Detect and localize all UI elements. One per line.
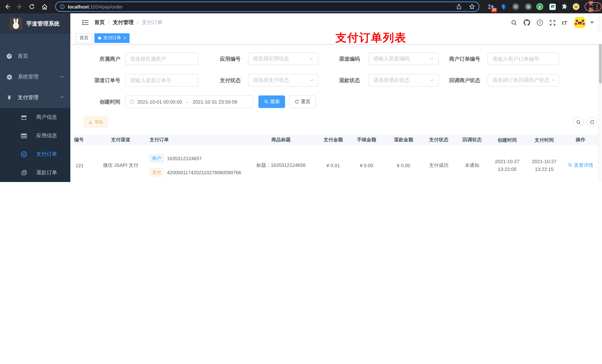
pay-status-select[interactable]: 请选择支付状态: [248, 74, 318, 87]
cell-amount: ¥ 0.01: [318, 163, 348, 168]
filter-label-notify-status: 回调商户状态: [428, 74, 480, 87]
sidebar-item-pay-order[interactable]: ¥ 支付订单: [0, 145, 70, 164]
chevron-down-icon: [60, 74, 64, 80]
notify-status-select[interactable]: 请选择订单回调商户状态: [488, 74, 559, 87]
table-row: 121 微信 JSAPI 支付 商户1635312124657 支付420000…: [74, 145, 598, 182]
tab-home[interactable]: 首页: [76, 33, 92, 43]
filter-label-merchant-order-no: 商户订单编号: [428, 52, 480, 65]
date-end: 2021-10-31 23:59:59: [193, 99, 237, 104]
browser-reload-icon[interactable]: [29, 4, 35, 10]
reset-button[interactable]: 重置: [289, 95, 316, 108]
search-button[interactable]: 搜索: [258, 95, 285, 108]
cell-status: 支付成功: [422, 162, 455, 169]
extension-devtools-icon[interactable]: 10: [488, 3, 494, 10]
browser-menu-icon[interactable]: [596, 4, 598, 9]
extension-command-icon[interactable]: ⌘: [512, 3, 519, 10]
logo-rabbit-image: [10, 17, 22, 30]
col-title: 商品标题: [248, 136, 318, 143]
channel-order-no-input[interactable]: [125, 74, 198, 87]
col-paid: 支付时间: [526, 136, 563, 144]
red-annotation-text: 支付订单列表: [335, 30, 407, 45]
date-start: 2021-10-01 00:00:00: [137, 99, 182, 104]
help-icon[interactable]: ?: [537, 19, 543, 26]
browser-home-icon[interactable]: [42, 3, 48, 10]
sidebar-item-label: 系统管理: [18, 74, 39, 80]
col-action: 操作: [563, 136, 598, 143]
refund-status-select[interactable]: 请选择退款状态: [368, 74, 439, 87]
bookmark-star-icon[interactable]: [469, 4, 475, 10]
fullscreen-icon[interactable]: [549, 20, 556, 26]
sidebar-item-system[interactable]: 系统管理: [0, 67, 70, 87]
sidebar-item-refund-order[interactable]: 退款订单: [0, 164, 70, 182]
share-icon[interactable]: [456, 4, 462, 10]
app-select[interactable]: 请选择应用信息: [248, 52, 318, 65]
chevron-down-icon: [310, 56, 314, 62]
shop-icon: [21, 114, 27, 120]
export-button[interactable]: 导出: [85, 117, 107, 127]
browser-back-icon[interactable]: [4, 4, 10, 10]
page-content: 所属商户 应用编号 请选择应用信息 渠道编码 请输入渠道编码 商户订单编号 渠道…: [70, 44, 602, 182]
sidebar-toggle-icon[interactable]: [82, 20, 88, 26]
sidebar-item-app-info[interactable]: 应用信息: [0, 126, 70, 145]
merchant-order-no-input[interactable]: [488, 52, 559, 65]
gear-icon: [6, 74, 12, 80]
merchant-tag: 商户: [150, 154, 164, 162]
cell-refund: ¥ 0.00: [385, 163, 422, 168]
tab-pay-order[interactable]: 支付订单 ×: [94, 33, 130, 43]
pay-order-icon: ¥: [21, 151, 27, 157]
url-text: localhost:1024/pay/order: [68, 4, 123, 10]
svg-text:¥: ¥: [23, 152, 25, 156]
user-avatar[interactable]: [574, 17, 585, 28]
col-refund: 退款金额: [385, 136, 422, 143]
header-search-icon[interactable]: [511, 20, 517, 26]
breadcrumb-home[interactable]: 首页: [94, 19, 105, 26]
refresh-table-button[interactable]: [587, 117, 597, 127]
extension-sketch-icon[interactable]: [501, 3, 507, 10]
active-dot: [98, 36, 101, 39]
extensions-puzzle-icon[interactable]: [561, 3, 568, 10]
col-fee: 手续金额: [348, 136, 385, 143]
filter-label-refund-status: 退款状态: [321, 74, 360, 87]
extension-chat-icon[interactable]: [549, 3, 556, 10]
site-info-icon[interactable]: [60, 4, 65, 9]
sidebar-item-label: 应用信息: [36, 132, 57, 139]
github-icon[interactable]: [524, 19, 530, 26]
profile-emoji-icon[interactable]: [573, 3, 580, 10]
extension-badge: 10: [491, 8, 497, 12]
browser-forward-icon[interactable]: [16, 4, 22, 10]
clock-icon: [129, 99, 134, 104]
merchant-input[interactable]: [125, 52, 198, 65]
avatar-caret-icon[interactable]: [590, 21, 594, 24]
filter-label-merchant: 所属商户: [78, 52, 120, 65]
breadcrumb-pay-manage[interactable]: 支付管理: [113, 19, 134, 26]
browser-update-button[interactable]: 更新: [585, 2, 602, 11]
app-title: 芋道管理系统: [26, 20, 60, 27]
font-size-icon[interactable]: tT: [562, 20, 567, 26]
pay-tag: 支付: [150, 168, 164, 177]
filter-label-channel-code: 渠道编码: [321, 52, 360, 65]
app-logo[interactable]: 芋道管理系统: [0, 13, 70, 34]
cell-paid: 2021-10-2713:22:15: [526, 157, 563, 173]
sidebar-item-label: 支付管理: [18, 94, 39, 101]
sidebar-item-payment[interactable]: ¥ 支付管理: [0, 87, 70, 108]
navbar: 首页 / 支付管理 / 支付订单 ?: [70, 13, 602, 32]
chevron-down-icon: [552, 77, 556, 83]
table-grid-icon: [21, 133, 27, 139]
download-icon: [88, 120, 93, 124]
sidebar-item-home[interactable]: 首页: [0, 46, 70, 67]
cell-channel: 微信 JSAPI 支付: [86, 162, 141, 169]
create-time-range-input[interactable]: 2021-10-01 00:00:00 - 2021-10-31 23:59:5…: [125, 95, 253, 108]
view-detail-link[interactable]: 查看详情: [563, 162, 598, 169]
sidebar-item-merchant-info[interactable]: 商户信息: [0, 108, 70, 126]
close-icon[interactable]: ×: [124, 36, 126, 40]
cell-title: 标题：1635312124656: [248, 162, 318, 169]
pay-order-table: 编号 支付渠道 支付订单 商品标题 支付金额 手续金额 退款金额 支付状态 回调…: [74, 135, 598, 182]
channel-code-select[interactable]: 请输入渠道编码: [368, 52, 439, 65]
extension-y-icon[interactable]: y: [537, 3, 543, 10]
col-amount: 支付金额: [318, 136, 348, 143]
sidebar-item-label: 支付订单: [36, 151, 57, 157]
address-bar[interactable]: localhost:1024/pay/order: [55, 1, 479, 12]
documents-icon: [21, 170, 27, 176]
extension-dot-icon[interactable]: [525, 3, 532, 10]
show-search-toggle-button[interactable]: [573, 117, 583, 127]
